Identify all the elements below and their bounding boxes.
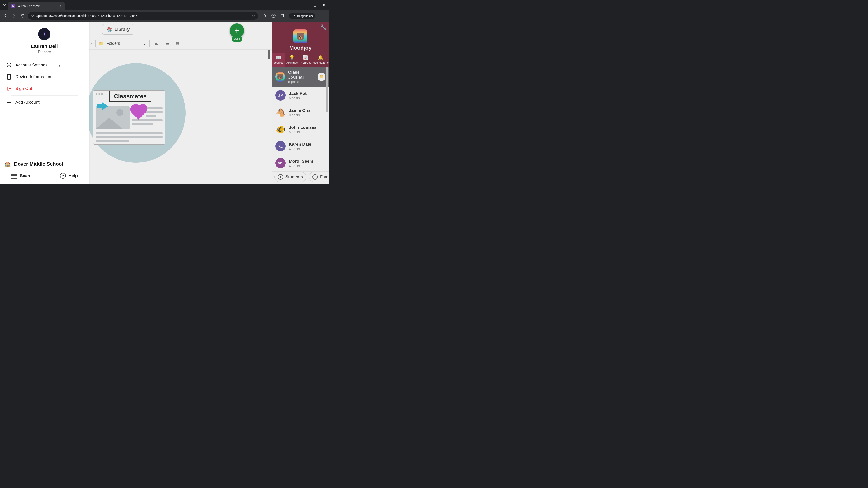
- user-avatar[interactable]: ✦: [38, 28, 51, 40]
- menu-add-account[interactable]: Add Account: [5, 96, 83, 108]
- plus-circle-icon: +: [278, 174, 283, 180]
- journal-list-item[interactable]: MSMordi Seem4 posts: [272, 155, 329, 172]
- add-account-label: Add Account: [16, 100, 39, 105]
- device-info-label: Device Information: [16, 74, 51, 79]
- student-avatar: 🐠: [275, 124, 286, 134]
- add-students-button[interactable]: + Students: [274, 172, 306, 182]
- journal-list-item[interactable]: 🐠John Louises5 posts: [272, 121, 329, 138]
- new-tab-button[interactable]: +: [68, 3, 70, 7]
- lightbulb-icon: 💡: [289, 55, 295, 60]
- class-avatar: 🐻: [293, 29, 307, 43]
- add-families-button[interactable]: + Families: [309, 172, 329, 182]
- address-bar[interactable]: ⚙ app.seesaw.me/#/class/class.e01bf4c2-9…: [28, 12, 258, 20]
- folder-badge-icon[interactable]: 📁: [318, 72, 326, 81]
- menu-account-settings[interactable]: Account Settings: [5, 59, 83, 71]
- chevron-down-icon: ⌄: [143, 41, 146, 46]
- svg-point-3: [8, 64, 10, 66]
- side-panel-icon[interactable]: [280, 14, 284, 18]
- menu-device-info[interactable]: Device Information: [5, 71, 83, 83]
- tab-notifications-label: Notifications: [313, 61, 329, 64]
- cursor-pointer-icon: [57, 63, 61, 68]
- library-label: Library: [114, 27, 130, 32]
- tab-activities[interactable]: 💡 Activities: [285, 53, 299, 67]
- minimize-icon[interactable]: ─: [305, 3, 307, 7]
- site-settings-icon[interactable]: ⚙: [31, 14, 34, 18]
- maximize-icon[interactable]: ▢: [313, 3, 316, 7]
- folder-icon: 📁: [99, 41, 103, 46]
- journal-list-item[interactable]: JPJack Pot6 posts: [272, 87, 329, 104]
- account-menu: Account Settings Device Information Sign…: [0, 59, 89, 108]
- right-panel-tabs: 📖 Journal 💡 Activities 📈 Progress 🔔 Noti…: [272, 53, 329, 67]
- extensions-icon[interactable]: [262, 13, 267, 18]
- journal-list-item[interactable]: KDKaren Dale4 posts: [272, 138, 329, 155]
- add-fab[interactable]: + Add: [230, 24, 244, 41]
- device-icon: [6, 74, 12, 79]
- student-avatar: 🐴: [275, 107, 286, 118]
- svg-rect-2: [283, 14, 284, 17]
- incognito-indicator[interactable]: Incognito (2): [289, 13, 315, 19]
- tab-search-dropdown[interactable]: [2, 2, 7, 8]
- download-icon[interactable]: [271, 13, 276, 18]
- reload-button[interactable]: [20, 13, 26, 19]
- student-avatar: 🐻: [275, 72, 285, 82]
- post-count: 8 posts: [288, 80, 314, 84]
- class-name: Moodjoy: [289, 45, 312, 51]
- close-window-icon[interactable]: ✕: [323, 3, 326, 7]
- account-panel: ✦ Lauren Deli Teacher Account Settings D…: [0, 22, 89, 184]
- tab-favicon: S: [11, 4, 15, 8]
- forward-button[interactable]: [11, 13, 17, 19]
- bookmark-star-icon[interactable]: ☆: [252, 14, 255, 18]
- incognito-label: Incognito (2): [297, 14, 313, 18]
- journal-icon: 📖: [276, 55, 281, 60]
- help-button[interactable]: ? Help: [60, 173, 78, 179]
- calendar-view-icon[interactable]: ▦: [174, 39, 181, 47]
- filter-sliders-icon[interactable]: [153, 41, 160, 46]
- back-button[interactable]: [2, 13, 8, 19]
- signout-label: Sign Out: [16, 86, 32, 91]
- student-avatar: JP: [275, 90, 286, 101]
- scan-button[interactable]: Scan: [11, 173, 30, 179]
- signout-icon: [6, 86, 12, 91]
- settings-wrench-icon[interactable]: 🔧: [320, 24, 327, 30]
- list-view-icon[interactable]: ☰: [164, 39, 171, 47]
- account-role: Teacher: [37, 50, 51, 54]
- books-icon: 📚: [106, 27, 112, 32]
- library-button[interactable]: 📚 Library: [102, 24, 134, 35]
- account-bottom-actions: Scan ? Help: [0, 173, 89, 184]
- browser-menu-icon[interactable]: ⋮: [320, 14, 326, 18]
- illustration-title: Classmates: [109, 91, 151, 102]
- journal-list-item[interactable]: 🐴Jamie Cris0 posts: [272, 104, 329, 121]
- folders-label: Folders: [106, 41, 120, 46]
- right-panel: 🔧 🐻 Moodjoy 📖 Journal 💡 Activities 📈 Pro…: [272, 22, 329, 184]
- student-name: Jamie Cris: [289, 108, 311, 113]
- svg-rect-5: [9, 75, 9, 77]
- menu-sign-out[interactable]: Sign Out: [5, 83, 83, 94]
- post-count: 6 posts: [289, 96, 307, 100]
- chevron-right-icon[interactable]: ›: [90, 41, 92, 46]
- add-label: Add: [232, 37, 242, 41]
- tab-progress-label: Progress: [300, 61, 311, 64]
- empty-state-illustration: Classmates: [79, 63, 192, 163]
- student-name: Karen Dale: [289, 142, 311, 147]
- tab-journal[interactable]: 📖 Journal: [272, 53, 285, 67]
- class-header: 🔧 🐻 Moodjoy: [272, 22, 329, 53]
- school-name: Dover Middle School: [14, 161, 63, 167]
- student-name: John Louises: [289, 125, 316, 130]
- right-scrollbar[interactable]: [326, 67, 329, 171]
- student-avatar: KD: [275, 141, 286, 151]
- tab-title: Journal - Seesaw: [17, 4, 39, 8]
- heart-icon: [132, 105, 146, 120]
- account-settings-label: Account Settings: [16, 63, 48, 68]
- school-row[interactable]: 🏫 Dover Middle School: [0, 161, 89, 173]
- account-name: Lauren Deli: [31, 43, 58, 49]
- tab-progress[interactable]: 📈 Progress: [299, 53, 312, 67]
- tab-close-icon[interactable]: ✕: [59, 4, 62, 8]
- tab-notifications[interactable]: 🔔 Notifications: [312, 53, 329, 67]
- post-count: 4 posts: [289, 164, 313, 168]
- main-scrollbar[interactable]: [267, 50, 272, 184]
- journal-list-item[interactable]: 🐻Class Journal8 posts📁: [272, 67, 329, 87]
- journal-list: 🐻Class Journal8 posts📁JPJack Pot6 posts🐴…: [272, 67, 329, 172]
- browser-tab[interactable]: S Journal - Seesaw ✕: [8, 2, 65, 10]
- plus-circle-icon: +: [312, 174, 318, 180]
- folders-dropdown[interactable]: 📁 Folders ⌄: [95, 39, 150, 48]
